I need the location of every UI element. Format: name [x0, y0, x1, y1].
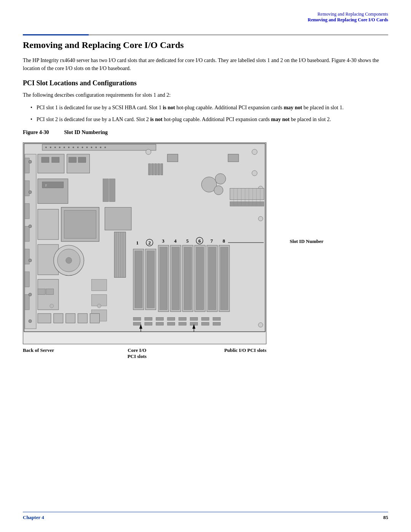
svg-point-13: [95, 147, 97, 148]
svg-rect-52: [38, 209, 59, 240]
board-diagram-svg: F: [23, 142, 266, 344]
core-io-label: Core I/O PCI slots: [107, 347, 167, 359]
svg-text:1: 1: [136, 240, 139, 246]
svg-rect-83: [220, 247, 228, 310]
svg-rect-62: [109, 179, 115, 202]
svg-point-11: [86, 147, 88, 148]
svg-rect-17: [25, 158, 29, 173]
svg-rect-123: [230, 201, 264, 206]
svg-rect-19: [25, 203, 29, 219]
svg-rect-111: [133, 322, 141, 325]
svg-rect-112: [145, 322, 152, 325]
svg-rect-133: [46, 289, 54, 295]
figure-caption-title: Slot ID Numbering: [64, 129, 108, 136]
svg-rect-59: [64, 210, 96, 238]
svg-point-38: [252, 171, 257, 176]
footer-page-number: 85: [383, 514, 388, 521]
svg-rect-132: [38, 289, 45, 295]
list-item: PCI slot 1 is dedicated for use by a SCS…: [30, 104, 388, 112]
top-rule: [23, 34, 388, 35]
svg-rect-34: [69, 157, 76, 163]
svg-rect-45: [151, 164, 154, 175]
svg-point-15: [104, 147, 106, 148]
svg-text:5: 5: [186, 238, 188, 244]
svg-rect-103: [133, 317, 141, 320]
svg-rect-104: [145, 317, 152, 320]
svg-text:7: 7: [210, 238, 213, 244]
svg-rect-47: [158, 164, 160, 175]
svg-point-12: [91, 147, 92, 148]
svg-rect-100: [66, 313, 75, 323]
svg-rect-99: [54, 313, 63, 323]
svg-rect-105: [156, 317, 164, 320]
page-footer: Chapter 4 85: [23, 512, 388, 521]
main-content: Removing and Replacing Core I/O Cards Th…: [23, 40, 388, 359]
svg-text:2: 2: [148, 240, 151, 246]
svg-rect-115: [179, 322, 186, 325]
page-title: Removing and Replacing Core I/O Cards: [23, 40, 388, 50]
svg-point-9: [77, 147, 79, 148]
section-heading: PCI Slot Locations and Configurations: [23, 79, 388, 87]
svg-rect-42: [167, 154, 178, 162]
svg-text:6: 6: [198, 238, 201, 244]
svg-rect-33: [52, 157, 59, 163]
svg-point-135: [97, 304, 101, 308]
svg-rect-32: [41, 157, 49, 163]
slot-id-number-label: Slot ID Number: [290, 238, 323, 244]
breadcrumb-2: Removing and Replacing Core I/O Cards: [308, 17, 388, 23]
svg-point-27: [29, 259, 32, 262]
svg-rect-69: [135, 251, 142, 308]
svg-point-7: [68, 147, 70, 148]
back-of-server-label: Back of Server: [23, 347, 84, 353]
svg-rect-101: [78, 313, 88, 323]
svg-rect-77: [184, 247, 192, 310]
svg-text:4: 4: [174, 238, 177, 244]
svg-text:3: 3: [162, 238, 165, 244]
svg-point-25: [29, 191, 32, 194]
svg-point-36: [146, 149, 151, 155]
svg-rect-43: [228, 154, 239, 162]
svg-point-24: [29, 160, 32, 163]
bottom-labels-row: Back of Server Core I/O PCI slots Public…: [23, 347, 266, 359]
svg-point-26: [29, 225, 32, 228]
svg-text:F: F: [45, 184, 47, 187]
svg-point-121: [258, 323, 263, 327]
figure-area: F: [23, 142, 266, 359]
svg-rect-35: [78, 157, 86, 163]
sub-paragraph: The following describes configuration re…: [23, 91, 388, 99]
svg-point-28: [29, 293, 32, 296]
svg-point-8: [73, 147, 74, 148]
svg-rect-21: [25, 249, 29, 264]
page-container: Removing and Replacing Components Removi…: [0, 0, 411, 532]
svg-point-5: [59, 147, 61, 148]
svg-point-29: [29, 320, 32, 323]
footer-chapter: Chapter 4: [23, 514, 44, 521]
svg-rect-60: [105, 207, 131, 230]
svg-rect-18: [25, 181, 29, 196]
svg-point-134: [50, 304, 54, 308]
public-io-label: Public I/O PCI slots: [190, 347, 266, 353]
svg-rect-71: [147, 251, 155, 308]
svg-rect-22: [25, 272, 29, 287]
svg-rect-110: [213, 317, 220, 320]
bullet-text-1a: PCI slot 1 is dedicated for use by a SCS…: [37, 105, 344, 110]
svg-rect-31: [67, 154, 90, 173]
svg-point-6: [64, 147, 65, 148]
svg-rect-23: [25, 294, 29, 310]
svg-rect-73: [160, 247, 167, 310]
figure-caption-num: Figure 4-30: [23, 129, 49, 136]
svg-rect-61: [103, 179, 108, 202]
list-item: PCI slot 2 is dedicated for use by a LAN…: [30, 115, 388, 123]
svg-point-4: [54, 147, 56, 148]
svg-rect-117: [201, 322, 209, 325]
intro-paragraph: The HP Integrity rx4640 server has two I…: [23, 56, 388, 72]
svg-point-3: [50, 147, 51, 148]
svg-rect-79: [196, 247, 204, 310]
svg-point-14: [100, 147, 101, 148]
svg-rect-30: [38, 154, 64, 173]
svg-point-37: [252, 149, 257, 155]
svg-rect-108: [190, 317, 198, 320]
svg-rect-107: [179, 317, 186, 320]
svg-point-2: [45, 147, 47, 148]
svg-rect-106: [167, 317, 175, 320]
